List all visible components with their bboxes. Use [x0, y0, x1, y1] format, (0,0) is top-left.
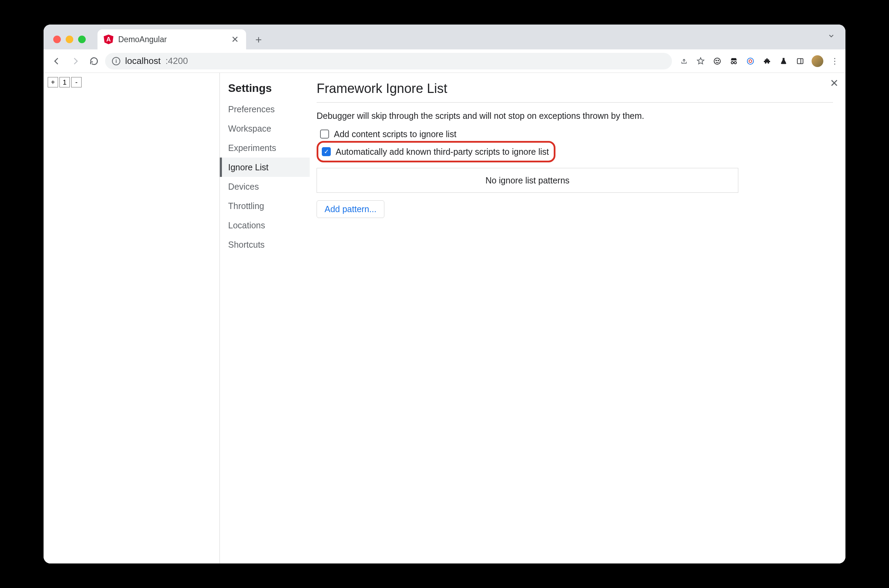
- settings-close-button[interactable]: ✕: [830, 77, 838, 89]
- extensions-icon[interactable]: [762, 56, 772, 66]
- settings-title: Settings: [220, 78, 310, 99]
- checkbox-third-party[interactable]: ✓ Automatically add known third-party sc…: [322, 145, 549, 159]
- close-window-button[interactable]: [53, 36, 61, 43]
- nav-preferences[interactable]: Preferences: [220, 99, 310, 119]
- reload-button[interactable]: [86, 54, 102, 69]
- panel-description: Debugger will skip through the scripts a…: [317, 111, 833, 121]
- incognito-icon[interactable]: [728, 56, 739, 66]
- checkbox-label: Add content scripts to ignore list: [334, 129, 456, 139]
- address-bar[interactable]: i localhost:4200: [105, 53, 672, 69]
- decrement-button[interactable]: -: [71, 77, 81, 87]
- url-host: localhost: [125, 56, 161, 66]
- nav-experiments[interactable]: Experiments: [220, 138, 310, 158]
- highlight-annotation: ✓ Automatically add known third-party sc…: [317, 141, 556, 162]
- ignore-patterns-list: No ignore list patterns: [317, 168, 738, 193]
- nav-devices[interactable]: Devices: [220, 177, 310, 196]
- settings-sidebar: Settings Preferences Workspace Experimen…: [220, 73, 310, 564]
- nav-ignore-list[interactable]: Ignore List: [220, 158, 310, 177]
- svg-point-1: [716, 60, 716, 61]
- panel-heading: Framework Ignore List: [317, 81, 833, 103]
- browser-tab[interactable]: A DemoAngular ✕: [98, 29, 246, 50]
- svg-point-3: [731, 62, 733, 64]
- profile-avatar[interactable]: [812, 55, 823, 67]
- browser-window: A DemoAngular ✕ + i localhost:4200: [44, 24, 845, 564]
- empty-patterns-text: No ignore list patterns: [485, 176, 569, 186]
- angular-icon: A: [104, 34, 113, 44]
- extension-icon-2[interactable]: [745, 56, 755, 66]
- increment-button[interactable]: +: [48, 77, 58, 87]
- svg-point-2: [718, 60, 719, 61]
- checkbox-icon-checked: ✓: [322, 147, 331, 156]
- window-controls: [53, 36, 86, 43]
- svg-point-4: [734, 62, 737, 64]
- tab-strip: A DemoAngular ✕ +: [44, 24, 845, 50]
- svg-rect-7: [797, 58, 803, 64]
- devtools-settings-panel: ✕ Settings Preferences Workspace Experim…: [220, 73, 845, 564]
- page-viewport: + 1 -: [44, 73, 220, 564]
- url-port: :4200: [165, 56, 188, 66]
- tab-title: DemoAngular: [118, 35, 225, 44]
- minimize-window-button[interactable]: [66, 36, 73, 43]
- site-info-icon[interactable]: i: [112, 57, 120, 65]
- browser-menu-button[interactable]: ⋮: [830, 56, 840, 66]
- maximize-window-button[interactable]: [78, 36, 86, 43]
- share-icon[interactable]: [679, 56, 689, 66]
- nav-workspace[interactable]: Workspace: [220, 119, 310, 138]
- checkbox-content-scripts[interactable]: Add content scripts to ignore list: [320, 127, 833, 141]
- nav-shortcuts[interactable]: Shortcuts: [220, 235, 310, 254]
- back-button[interactable]: [49, 54, 64, 69]
- bookmark-icon[interactable]: [695, 56, 706, 66]
- panel-icon[interactable]: [795, 56, 805, 66]
- labs-icon[interactable]: [778, 56, 789, 66]
- tabs-overflow-button[interactable]: [827, 32, 835, 42]
- settings-nav: Preferences Workspace Experiments Ignore…: [220, 99, 310, 254]
- nav-locations[interactable]: Locations: [220, 216, 310, 235]
- checkbox-icon: [320, 129, 329, 138]
- toolbar: i localhost:4200 ⋮: [44, 50, 845, 73]
- add-pattern-button[interactable]: Add pattern...: [317, 200, 384, 218]
- settings-content: Framework Ignore List Debugger will skip…: [310, 73, 845, 564]
- toolbar-actions: ⋮: [679, 55, 840, 67]
- extension-icon-1[interactable]: [712, 56, 722, 66]
- forward-button[interactable]: [68, 54, 83, 69]
- nav-throttling[interactable]: Throttling: [220, 196, 310, 216]
- content-area: + 1 - ✕ Settings Preferences Workspace E…: [44, 73, 845, 564]
- svg-point-5: [747, 58, 754, 64]
- checkbox-label: Automatically add known third-party scri…: [336, 147, 549, 157]
- counter-value: 1: [59, 77, 70, 87]
- close-tab-button[interactable]: ✕: [230, 34, 240, 44]
- new-tab-button[interactable]: +: [250, 32, 267, 48]
- svg-point-6: [749, 60, 752, 63]
- svg-point-0: [714, 58, 720, 64]
- counter-widget: + 1 -: [48, 77, 215, 87]
